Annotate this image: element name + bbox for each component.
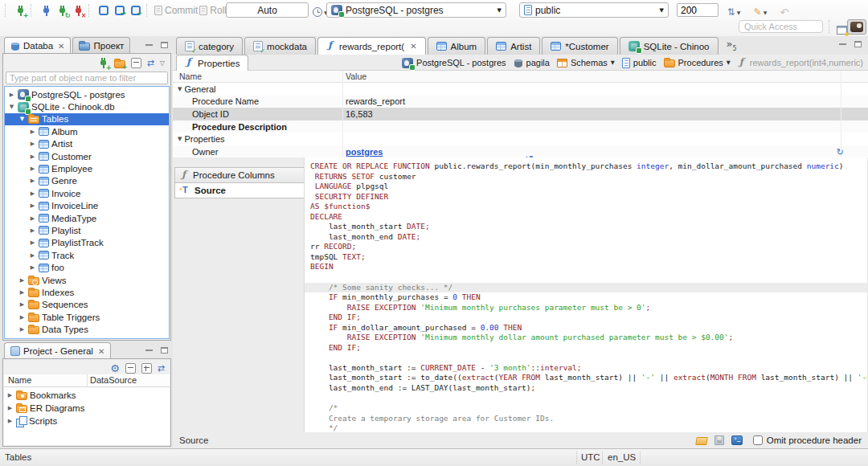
tree-item-playlist[interactable]: ▶Playlist <box>5 224 169 236</box>
tree-item-foo[interactable]: ▶foo <box>5 261 169 273</box>
expand-arrow-icon[interactable]: ▶ <box>29 252 36 259</box>
maximize-editor-button[interactable] <box>854 41 862 47</box>
tab-properties[interactable]: Properties <box>176 55 248 71</box>
expand-arrow-icon[interactable]: ▶ <box>29 264 36 271</box>
maximize-panel-button[interactable] <box>161 42 168 48</box>
tree-item-employee[interactable]: ▶Employee <box>5 162 169 174</box>
tab-projects[interactable]: Проект <box>72 37 130 54</box>
breadcrumb-item-schemas[interactable]: Schemas▼ <box>557 58 615 67</box>
expand-arrow-icon[interactable]: ▶ <box>29 215 36 222</box>
view-menu-button[interactable]: ▽ <box>160 59 165 67</box>
link-with-editor-button[interactable]: ⇄ <box>147 58 154 68</box>
tree-item-genre[interactable]: ▶Genre <box>5 175 169 187</box>
source-code-editor[interactable]: CREATE OR REPLACE FUNCTION public.reward… <box>304 157 867 432</box>
locale-indicator[interactable]: en_US <box>608 452 636 462</box>
editor-tab-category[interactable]: category <box>176 37 243 55</box>
refresh-icon[interactable]: ↻ <box>837 147 844 157</box>
tree-item-invoiceline[interactable]: ▶InvoiceLine <box>5 200 169 212</box>
project-item-list[interactable]: ▶Bookmarks▶ER Diagrams▶Scripts <box>4 387 170 445</box>
collapse-arrow-icon[interactable]: ▼ <box>18 116 26 122</box>
tab-procedure-columns[interactable]: Procedure Columns <box>174 167 304 183</box>
expand-arrow-icon[interactable]: ▶ <box>29 227 36 234</box>
minimize-panel-button[interactable] <box>145 346 154 354</box>
save-to-file-button[interactable] <box>714 435 724 445</box>
breadcrumb-item-postgresql-postgres[interactable]: PostgreSQL - postgres <box>402 58 506 68</box>
collapse-arrow-icon[interactable]: ▼ <box>178 86 182 92</box>
editor-tab-customer[interactable]: *Customer <box>542 37 617 55</box>
tree-item-customer[interactable]: ▶Customer <box>5 150 169 162</box>
expand-arrow-icon[interactable]: ▶ <box>29 166 36 172</box>
expand-arrow-icon[interactable]: ▶ <box>29 129 36 135</box>
project-item-bookmarks[interactable]: ▶Bookmarks <box>4 389 170 402</box>
commit-mode-select[interactable]: Auto <box>226 2 309 18</box>
editor-tab-rewards-report[interactable]: rewards_report(✕ <box>317 37 426 55</box>
minimize-panel-button[interactable] <box>145 41 154 48</box>
grid-column-value[interactable]: Value <box>346 72 366 81</box>
collapse-all-button[interactable] <box>131 58 141 68</box>
editor-tab-mockdata[interactable]: mockdata <box>244 37 316 55</box>
expand-arrow-icon[interactable]: ▶ <box>29 190 36 197</box>
omit-procedure-header-checkbox[interactable] <box>753 435 763 445</box>
expand-arrow-icon[interactable]: ▶ <box>18 301 26 308</box>
property-row-procedure-name[interactable]: Procedure Namerewards_report <box>173 96 868 108</box>
breadcrumb-item-rewards-report-int4-numeric[interactable]: rewards_report(int4,numeric) <box>738 58 863 68</box>
column-divider[interactable] <box>87 374 88 386</box>
close-icon[interactable]: ✕ <box>410 42 416 51</box>
close-icon[interactable]: ✕ <box>98 347 104 356</box>
expand-arrow-icon[interactable]: ▶ <box>8 92 15 98</box>
expand-arrow-icon[interactable]: ▶ <box>29 153 36 160</box>
expand-arrow-icon[interactable]: ▶ <box>6 405 14 411</box>
tree-item-track[interactable]: ▶Track <box>5 249 169 261</box>
sql-generator-button[interactable]: ✎▼ <box>753 4 768 20</box>
tab-project-general[interactable]: Project - General ✕ <box>4 342 111 359</box>
column-header-name[interactable]: Name <box>8 375 31 385</box>
tree-item-postgresql-postgres[interactable]: ▶PostgreSQL - postgres <box>5 88 169 100</box>
schema-selector[interactable]: public ▼ <box>519 2 669 18</box>
auto-sync-button[interactable]: ⇅▼ <box>727 4 741 20</box>
tree-item-artist[interactable]: ▶Artist <box>5 138 169 150</box>
expand-arrow-icon[interactable]: ▶ <box>18 277 26 284</box>
open-in-sql-console-button[interactable] <box>731 435 743 445</box>
undo-button[interactable]: ↶ <box>777 4 792 20</box>
open-sql-script-button[interactable]: → <box>113 2 127 18</box>
disconnect-button[interactable]: × <box>71 2 85 18</box>
new-sql-editor-button[interactable] <box>96 2 111 18</box>
connect-button[interactable] <box>39 2 53 18</box>
new-connection-button[interactable]: + <box>13 2 27 18</box>
expand-all-button[interactable] <box>141 363 152 374</box>
commit-button[interactable]: Commit <box>154 2 198 18</box>
breadcrumb-item-procedures[interactable]: Procedures▼ <box>664 58 731 67</box>
property-row-object-id[interactable]: Object ID16,583 <box>173 108 868 121</box>
project-item-er-diagrams[interactable]: ▶ER Diagrams <box>4 402 170 415</box>
column-header-datasource[interactable]: DataSource <box>90 375 137 385</box>
property-row-procedure-description[interactable]: Procedure Description <box>173 121 868 133</box>
tree-item-table-triggers[interactable]: ▶Table Triggers <box>5 311 169 323</box>
collapse-arrow-icon[interactable]: ▼ <box>178 136 182 142</box>
object-filter-input[interactable] <box>6 72 168 84</box>
quick-access-input[interactable] <box>739 20 823 33</box>
expand-arrow-icon[interactable]: ▶ <box>29 178 36 184</box>
minimize-editor-button[interactable] <box>839 40 847 47</box>
expand-arrow-icon[interactable]: ▶ <box>18 314 26 321</box>
expand-arrow-icon[interactable]: ▶ <box>18 326 26 333</box>
editor-tab-artist[interactable]: Artist <box>487 37 540 55</box>
fetch-size-input[interactable] <box>677 3 719 17</box>
link-with-editor-button[interactable]: ⇄ <box>158 363 165 374</box>
chevron-down-icon[interactable]: ▼ <box>611 59 615 66</box>
timezone-indicator[interactable]: UTC <box>581 452 600 462</box>
collapse-arrow-icon[interactable]: ▼ <box>8 104 15 110</box>
tree-item-playlisttrack[interactable]: ▶PlaylistTrack <box>5 237 169 249</box>
new-sql-script-button[interactable]: + <box>129 2 143 18</box>
property-value-link[interactable]: postgres <box>346 147 383 157</box>
property-row-properties[interactable]: ▼Properties <box>173 133 868 145</box>
database-object-tree[interactable]: ▶PostgreSQL - postgres▼SQLite - Chinook.… <box>4 86 170 339</box>
expand-arrow-icon[interactable]: ▶ <box>6 418 14 424</box>
close-icon[interactable]: ✕ <box>58 42 64 51</box>
expand-arrow-icon[interactable]: ▶ <box>29 239 36 246</box>
tree-item-tables[interactable]: ▼Tables <box>5 113 169 125</box>
transaction-log-button[interactable]: ▼ <box>313 4 328 20</box>
breadcrumb-item-pagila[interactable]: pagila <box>514 58 550 68</box>
tree-item-album[interactable]: ▶Album <box>5 125 169 137</box>
chevron-down-icon[interactable]: ▼ <box>727 59 731 66</box>
maximize-panel-button[interactable] <box>161 347 168 354</box>
